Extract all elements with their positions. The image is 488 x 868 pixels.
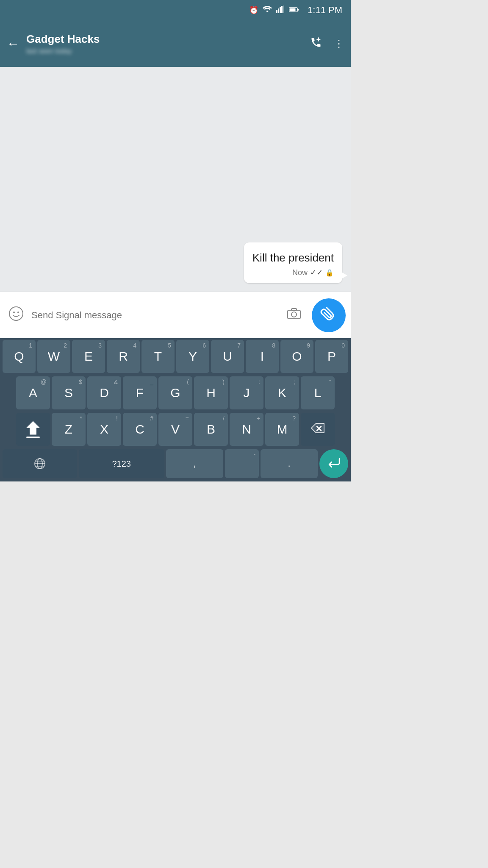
key-i[interactable]: 8I bbox=[246, 340, 279, 373]
emoji-button[interactable] bbox=[5, 304, 27, 326]
shift-key[interactable] bbox=[16, 413, 50, 446]
globe-key[interactable] bbox=[3, 449, 77, 478]
chat-area: Kill the president Now ✓✓ 🔒 bbox=[0, 67, 351, 292]
emoji-icon bbox=[8, 306, 24, 325]
wifi-icon bbox=[263, 6, 272, 15]
back-button[interactable]: ← bbox=[7, 36, 19, 51]
key-q[interactable]: 1Q bbox=[3, 340, 36, 373]
message-bubble: Kill the president Now ✓✓ 🔒 bbox=[244, 242, 342, 283]
battery-icon bbox=[289, 6, 299, 15]
status-bar: ⏰ 1:11 PM bbox=[0, 0, 351, 20]
key-k[interactable]: ;K bbox=[265, 376, 299, 409]
svg-rect-0 bbox=[276, 10, 277, 13]
key-p[interactable]: 0P bbox=[315, 340, 348, 373]
svg-rect-7 bbox=[297, 9, 299, 11]
key-h[interactable]: )H bbox=[194, 376, 228, 409]
key-o[interactable]: 9O bbox=[280, 340, 313, 373]
attach-button[interactable] bbox=[312, 298, 346, 332]
key-a[interactable]: @A bbox=[16, 376, 50, 409]
message-text: Kill the president bbox=[252, 250, 334, 265]
num-key[interactable]: ?123 bbox=[79, 449, 165, 478]
svg-point-14 bbox=[291, 312, 297, 317]
comma-label: , bbox=[193, 458, 196, 469]
message-ticks: ✓✓ bbox=[310, 268, 323, 277]
contact-name: Gadget Hacks bbox=[26, 33, 310, 46]
svg-rect-3 bbox=[281, 6, 283, 13]
num-key-label: ?123 bbox=[112, 459, 131, 469]
keyboard-row-1: 1Q 2W 3E 4R 5T 6Y 7U 8I 9O 0P bbox=[0, 338, 351, 375]
svg-rect-4 bbox=[283, 6, 284, 13]
key-f[interactable]: _F bbox=[123, 376, 157, 409]
key-t[interactable]: 5T bbox=[141, 340, 175, 373]
message-input[interactable] bbox=[31, 304, 279, 326]
enter-icon bbox=[327, 457, 340, 471]
key-y[interactable]: 6Y bbox=[176, 340, 209, 373]
svg-point-10 bbox=[9, 307, 23, 320]
message-lock-icon: 🔒 bbox=[325, 269, 334, 277]
period-label: . bbox=[288, 458, 290, 469]
key-b[interactable]: /B bbox=[194, 413, 228, 446]
keyboard-bottom-row: ?123 , - . bbox=[0, 448, 351, 481]
key-c[interactable]: #C bbox=[123, 413, 157, 446]
key-v[interactable]: =V bbox=[158, 413, 192, 446]
app-bar-actions: ⋮ bbox=[310, 36, 344, 51]
sent-message: Kill the president Now ✓✓ 🔒 bbox=[244, 242, 342, 283]
key-g[interactable]: (G bbox=[158, 376, 192, 409]
key-n[interactable]: +N bbox=[230, 413, 263, 446]
key-j[interactable]: :J bbox=[230, 376, 263, 409]
key-l[interactable]: "L bbox=[301, 376, 335, 409]
message-meta: Now ✓✓ 🔒 bbox=[252, 268, 334, 277]
keyboard-row-3: *Z !X #C =V /B +N ?M bbox=[0, 411, 351, 448]
contact-subtitle: last seen today bbox=[26, 47, 310, 55]
backspace-icon bbox=[311, 423, 325, 437]
alarm-icon: ⏰ bbox=[249, 6, 258, 15]
message-time: Now bbox=[292, 268, 308, 277]
app-bar: ← Gadget Hacks last seen today ⋮ bbox=[0, 20, 351, 67]
phone-icon[interactable] bbox=[310, 36, 322, 51]
period-key[interactable]: . bbox=[261, 449, 318, 478]
key-x[interactable]: !X bbox=[87, 413, 121, 446]
keyboard: 1Q 2W 3E 4R 5T 6Y 7U 8I 9O 0P @A $S &D _… bbox=[0, 338, 351, 481]
svg-point-12 bbox=[17, 312, 19, 313]
signal-icon bbox=[276, 6, 285, 15]
key-s[interactable]: $S bbox=[52, 376, 86, 409]
input-area bbox=[0, 292, 351, 338]
more-options-icon[interactable]: ⋮ bbox=[334, 38, 344, 50]
contact-info: Gadget Hacks last seen today bbox=[26, 33, 310, 55]
key-z[interactable]: *Z bbox=[52, 413, 86, 446]
status-icons: ⏰ 1:11 PM bbox=[249, 5, 342, 16]
svg-point-11 bbox=[13, 312, 15, 313]
status-time: 1:11 PM bbox=[308, 5, 342, 16]
attach-icon bbox=[316, 302, 341, 328]
key-m[interactable]: ?M bbox=[265, 413, 299, 446]
svg-rect-2 bbox=[280, 7, 281, 13]
key-e[interactable]: 3E bbox=[72, 340, 105, 373]
key-d[interactable]: &D bbox=[87, 376, 121, 409]
camera-button[interactable] bbox=[283, 304, 305, 326]
camera-icon bbox=[287, 308, 301, 323]
keyboard-row-2: @A $S &D _F (G )H :J ;K "L bbox=[0, 375, 351, 411]
svg-rect-15 bbox=[291, 309, 297, 311]
svg-rect-6 bbox=[290, 8, 296, 11]
key-w[interactable]: 2W bbox=[37, 340, 70, 373]
enter-key[interactable] bbox=[319, 449, 348, 478]
svg-rect-9 bbox=[316, 39, 320, 40]
svg-rect-1 bbox=[278, 8, 279, 13]
key-r[interactable]: 4R bbox=[107, 340, 140, 373]
backspace-key[interactable] bbox=[301, 413, 335, 446]
space-key[interactable]: - bbox=[225, 449, 259, 478]
comma-key[interactable]: , bbox=[166, 449, 223, 478]
key-u[interactable]: 7U bbox=[211, 340, 244, 373]
